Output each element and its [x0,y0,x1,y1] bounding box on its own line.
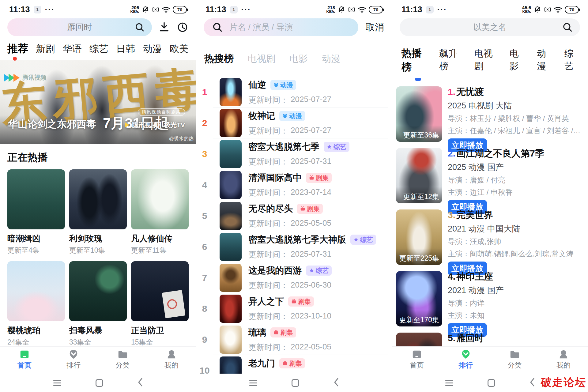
hot-show-card[interactable]: 利剑玫瑰 更新至10集 [69,169,127,255]
hot-search-item[interactable]: 2 牧神记 动漫 更新时间： 2025-07-27 [196,107,392,138]
home-button-icon[interactable] [292,379,299,387]
tab-anime[interactable]: 动漫 [143,43,162,55]
tab-variety[interactable]: 综艺 [89,43,108,55]
home-button-icon[interactable] [96,379,103,387]
show-poster[interactable]: 更新至36集 [396,86,442,142]
show-poster[interactable]: 更新至225集 [396,209,442,265]
profile-icon [558,349,569,360]
show-poster[interactable] [220,78,242,106]
update-date-value: 2023-07-14 [291,187,331,198]
show-poster[interactable] [220,264,242,292]
back-icon[interactable] [530,378,535,388]
back-icon[interactable] [138,378,143,388]
update-date: 更新时间： 2025-07-27 [248,126,392,136]
recents-icon[interactable] [249,380,257,386]
hot-show-card[interactable]: 正当防卫 15集全 [131,261,189,347]
show-poster[interactable]: 更新至12集 [396,148,442,203]
search-input[interactable]: 以美之名 [400,18,580,36]
search-input[interactable]: 雁回时 [7,18,152,36]
tab-chinese[interactable]: 华语 [63,43,82,55]
hot-search-item[interactable]: 4 清潭国际高中 剧集 更新时间： 2023-07-14 [196,169,392,200]
hot-show-card[interactable]: 凡人修仙传 更新至11集 [131,169,189,255]
nav-home[interactable]: 首页 [392,349,441,374]
show-poster[interactable] [220,171,242,199]
show-poster[interactable] [220,326,242,354]
show-poster[interactable] [7,261,65,321]
hot-show-card[interactable]: 樱桃琥珀 24集全 [7,261,65,347]
tab-new-dramas[interactable]: 新剧 [36,43,55,55]
category-badge: 剧集 [288,296,314,307]
system-nav-bar [0,374,196,392]
cancel-button[interactable]: 取消 [366,21,384,34]
hot-search-item[interactable]: 7 这是我的西游 综艺 更新时间： 2025-06-30 [196,262,392,293]
home-button-icon[interactable] [488,379,495,387]
show-poster[interactable] [220,109,242,137]
back-icon[interactable] [334,378,339,388]
tab-movies[interactable]: 电影 [289,53,308,65]
show-episodes: 更新至10集 [69,246,127,255]
hot-show-card[interactable]: 暗潮缉凶 更新至4集 [7,169,65,255]
tab-tv-series[interactable]: 电视剧 [248,53,275,65]
search-icon[interactable] [562,21,573,33]
show-poster[interactable] [69,169,127,229]
mute-icon [142,6,149,13]
hot-show-card[interactable]: 扫毒风暴 33集全 [69,261,127,347]
tab-variety[interactable]: 综艺 [564,47,580,73]
ranking-item[interactable]: 更新至170集 4.神印王座 2021 动漫 国产 导演：内详 主演：未知 立即… [396,271,581,326]
hot-search-item[interactable]: 1 仙逆 动漫 更新时间： 2025-07-27 [196,77,392,107]
ranking-item[interactable]: 更新至36集 1.无忧渡 2025 电视剧 大陆 导演：林玉芬 / 梁胜权 / … [396,86,581,142]
tab-hot-rank[interactable]: 热播榜 [401,47,428,74]
history-icon[interactable] [176,21,189,33]
show-poster[interactable] [131,261,189,321]
hero-banner[interactable]: 东邪西毒 腾讯视频 华山论剑之东邪西毒 7月31日起 腾讯视频自制剧集 腾讯视频… [0,60,196,144]
tab-tv-series[interactable]: 电视剧 [474,47,498,73]
hot-search-item[interactable]: 5 无尽的尽头 剧集 更新时间： 2025-05-05 [196,200,392,231]
hot-search-item[interactable]: 8 异人之下 剧集 更新时间： 2023-10-10 [196,293,392,324]
download-icon[interactable] [158,21,170,33]
nav-ranking[interactable]: 排行 [49,349,98,374]
show-poster[interactable] [69,261,127,321]
tencent-video-logo: 腾讯视频 [4,74,47,82]
ranking-item[interactable]: 更新至225集 3.完美世界 2021 动漫 中国大陆 导演：汪成,张帅 主演：… [396,209,581,265]
tab-western[interactable]: 欧美 [170,43,189,55]
category-badge-icon [353,237,359,242]
banner-watermark: @烫水的热 [169,136,194,142]
show-poster[interactable] [220,140,242,168]
tab-rising-rank[interactable]: 飙升榜 [439,47,463,73]
tab-jp-kr[interactable]: 日韩 [116,43,135,55]
show-poster[interactable] [220,202,242,230]
hot-grid: 暗潮缉凶 更新至4集 利剑玫瑰 更新至10集 凡人修仙传 更新至11集 樱桃琥珀… [7,169,189,347]
nav-ranking[interactable]: 排行 [441,349,490,374]
update-date: 更新时间： 2025-07-27 [248,95,392,105]
battery-icon: 70 [173,6,187,13]
show-poster[interactable] [7,169,65,229]
hot-search-item[interactable]: 3 密室大逃脱第七季 综艺 更新时间： 2025-07-31 [196,138,392,169]
tab-anime[interactable]: 动漫 [322,53,340,65]
show-poster[interactable] [131,169,189,229]
show-poster[interactable] [220,233,242,261]
recents-icon[interactable] [53,380,61,386]
tab-hot-search[interactable]: 热搜榜 [204,52,234,66]
tab-movies[interactable]: 电影 [510,47,525,73]
hot-search-item[interactable]: 9 琉璃 剧集 更新时间： 2022-05-05 [196,324,392,355]
show-title: 1.无忧渡 [448,86,581,97]
status-bar: 11:13 1 ··· 218KB/s 70 [196,0,392,16]
show-poster[interactable] [220,295,242,323]
search-input[interactable]: 片名 / 演员 / 导演 [204,18,358,36]
show-poster[interactable]: 更新至170集 [396,271,442,326]
nav-categories[interactable]: 分类 [98,349,147,374]
show-title: 牧神记 [248,110,275,122]
ranking-item[interactable]: 更新至12集 2.画江湖之不良人第7季 2025 动漫 国产 导演：唐媛 / 付… [396,148,581,203]
network-speed: 45.6KB/s [522,5,531,14]
update-date-value: 2022-05-05 [291,342,331,353]
tab-recommend[interactable]: 推荐 [7,42,28,56]
tab-anime[interactable]: 动漫 [537,47,552,73]
nav-profile[interactable]: 我的 [147,349,196,374]
nav-categories[interactable]: 分类 [490,349,539,374]
mute-icon [338,6,345,13]
nav-profile[interactable]: 我的 [539,349,588,374]
recents-icon[interactable] [445,380,453,386]
hot-search-item[interactable]: 6 密室大逃脱第七季大神版 综艺 更新时间： 2025-07-31 [196,231,392,262]
nav-home[interactable]: 首页 [0,349,49,374]
search-icon[interactable] [134,22,145,33]
